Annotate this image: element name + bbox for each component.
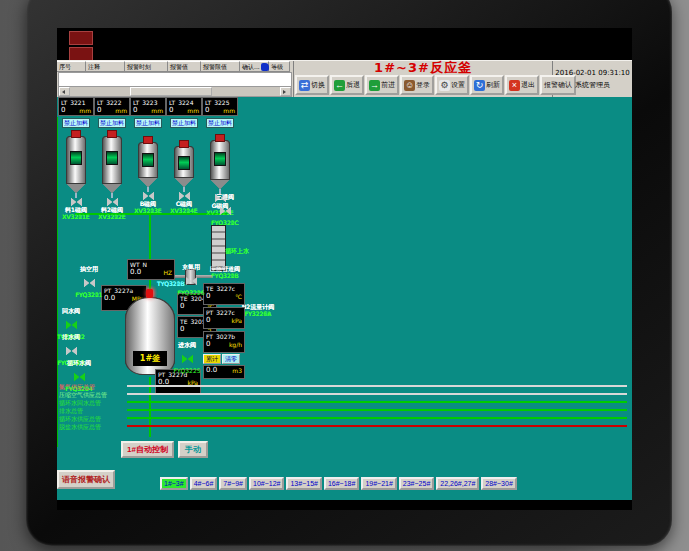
feed-tank-unit: LT_3222 0 mm 禁止加料 — [95, 97, 129, 220]
feed-valve-tag: XV3222E — [98, 213, 125, 220]
manual-control-button[interactable]: 手动 — [178, 441, 208, 458]
feed-valve-icon[interactable] — [143, 192, 154, 200]
alarm-column-header: 注释 — [86, 61, 125, 72]
refresh-icon: ↻ — [474, 80, 485, 91]
unit-label: mm — [79, 107, 91, 114]
alarm-list-body — [58, 72, 292, 87]
valve-label: 抽空用 — [71, 265, 107, 272]
toolbar-button-label: 切换 — [311, 80, 325, 90]
kettle-group-button[interactable]: 28#~30# — [481, 477, 516, 490]
kettle-group-button[interactable]: 4#~6# — [190, 477, 218, 490]
totalize-button[interactable]: 累计 — [203, 354, 221, 364]
feed-tank — [174, 146, 194, 178]
feed-inhibit-button[interactable]: 禁止加料 — [134, 118, 162, 128]
scroll-right-arrow-icon[interactable] — [280, 87, 291, 96]
screen-artifact — [69, 31, 93, 45]
forward-button[interactable]: → 前进 — [365, 75, 399, 95]
tag-label: LT_3225 — [203, 98, 237, 106]
supply-main-row: 压缩空气供应总管 — [59, 390, 627, 398]
alarm-column-header: 报警时刻 — [125, 61, 168, 72]
feed-valve-tag: XV3223E — [134, 207, 161, 214]
refresh-button[interactable]: ↻ 刷新 — [470, 75, 504, 95]
tank-level-gauge — [142, 153, 154, 167]
three-way-valve-label: 三通阀 — [207, 193, 243, 200]
emergency-valve-tag: FYQ322B — [203, 272, 247, 279]
tank-top-valve-icon — [71, 130, 81, 138]
kettle-group-button[interactable]: 16#~18# — [324, 477, 359, 490]
feed-inhibit-button[interactable]: 禁止加料 — [170, 118, 198, 128]
feed-inhibit-button[interactable]: 禁止加料 — [62, 118, 90, 128]
tank-level-gauge — [70, 151, 82, 165]
valve-icon[interactable] — [66, 347, 77, 355]
process-valve[interactable]: 充氮用 FYQ3226 — [173, 263, 209, 296]
three-way-valve-icon[interactable] — [220, 207, 231, 215]
scada-screen: 序号注释报警时刻报警值报警限值确认...等级 1#~3#反应釜 ⇄ 切换 — [57, 28, 632, 510]
valve-label: 进水阀 — [169, 341, 205, 348]
feed-valve-label: C磁阀 — [176, 200, 192, 207]
value-readout: 0 — [169, 106, 173, 114]
feed-drop-pipe — [149, 215, 151, 297]
valve-icon[interactable] — [66, 321, 77, 329]
tank-level-gauge — [214, 152, 226, 166]
kettle-group-button[interactable]: 1#~3# — [160, 477, 188, 490]
valve-icon[interactable] — [182, 355, 193, 363]
supply-main-label: 排水总管 — [59, 407, 125, 414]
valve-icon[interactable] — [74, 373, 85, 381]
process-valve[interactable]: 抽空用 FYQ3221 — [71, 265, 107, 298]
exit-button[interactable]: × 退出 — [505, 75, 539, 95]
feed-valve-icon[interactable] — [71, 198, 82, 206]
auto-control-button[interactable]: 1#自动控制 — [121, 441, 174, 458]
switch-icon: ⇄ — [299, 80, 310, 91]
total-display: 0.0m3 — [203, 365, 245, 379]
supply-main-pipe — [127, 425, 627, 427]
toolbar-button-label: 设置 — [451, 80, 465, 90]
settings-button[interactable]: ⚙ 设置 — [435, 75, 469, 95]
tag-label: LT_3221 — [59, 98, 93, 106]
tank-top-valve-icon — [107, 130, 117, 138]
feed-valve-icon[interactable] — [107, 198, 118, 206]
alarm-horizontal-scrollbar[interactable] — [58, 86, 292, 97]
alarm-list-panel: 序号注释报警时刻报警值报警限值确认...等级 — [57, 61, 294, 98]
reactor-vessel: 1#釜 — [125, 297, 175, 375]
kettle-group-button[interactable]: 23#~25# — [399, 477, 434, 490]
feed-inhibit-button[interactable]: 禁止加料 — [98, 118, 126, 128]
exit-icon: × — [509, 80, 520, 91]
toolbar: ⇄ 切换 ← 后退 → 前进 — [294, 75, 552, 97]
reactor-section: LT_3221 0 mm 禁止加料 — [57, 97, 245, 500]
voice-alarm-ack-button[interactable]: 语音报警确认 — [57, 470, 115, 489]
supply-main-pipe — [127, 409, 627, 411]
tank-cone — [211, 180, 229, 189]
login-button[interactable]: ☺ 登录 — [400, 75, 434, 95]
tank-level-display: LT_3225 0 mm — [202, 97, 238, 116]
kettle-group-button[interactable]: 7#~9# — [219, 477, 247, 490]
feed-inhibit-button[interactable]: 禁止加料 — [206, 118, 234, 128]
kettle-group-button[interactable]: 10#~12# — [249, 477, 284, 490]
switch-button[interactable]: ⇄ 切换 — [295, 75, 329, 95]
agitator-frequency-display: WT_N 0.0HZ — [127, 259, 175, 280]
kettle-group-button[interactable]: 22,26#,27# — [436, 477, 479, 490]
desktop: 序号注释报警时刻报警值报警限值确认...等级 1#~3#反应釜 ⇄ 切换 — [0, 0, 689, 551]
control-button-group: 1#自动控制 手动 — [121, 441, 208, 458]
clear-total-button[interactable]: 清零 — [222, 354, 240, 364]
tank-cone — [139, 178, 157, 187]
valve-label: 回水阀 — [57, 307, 89, 314]
flow-display: FT_3027b 0kg/h — [203, 331, 245, 353]
process-valve[interactable]: 进水阀 FYQ3225 — [169, 341, 205, 374]
alarm-column-header: 等级 — [269, 61, 290, 72]
kettle-group-button[interactable]: 19#~21# — [361, 477, 396, 490]
feed-tank — [138, 142, 158, 178]
valve-icon[interactable] — [84, 279, 95, 287]
valve-icon[interactable] — [186, 277, 197, 285]
unit-label: mm — [151, 107, 163, 114]
tank-level-display: LT_3224 0 mm — [166, 97, 202, 116]
alarm-column-header: 报警限值 — [201, 61, 240, 72]
scroll-left-arrow-icon[interactable] — [59, 87, 70, 96]
unit-label: mm — [223, 107, 235, 114]
back-button[interactable]: ← 后退 — [330, 75, 364, 95]
feed-valve-label: 料1磁阀 — [65, 206, 87, 213]
feed-valve-icon[interactable] — [179, 192, 190, 200]
kettle-group-button[interactable]: 13#~15# — [286, 477, 321, 490]
scrollbar-thumb[interactable] — [130, 87, 212, 96]
header-bar: 序号注释报警时刻报警值报警限值确认...等级 1#~3#反应釜 ⇄ 切换 — [57, 60, 632, 99]
three-way-valve[interactable]: 三通阀 FYQ322C — [207, 193, 243, 226]
